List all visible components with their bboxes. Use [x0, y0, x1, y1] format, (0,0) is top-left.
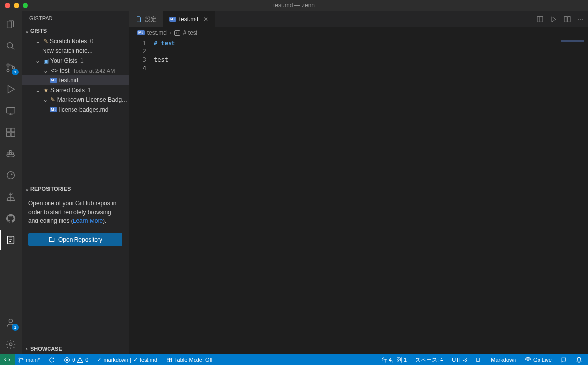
warning-count: 0 — [85, 357, 88, 363]
go-live[interactable]: Go Live — [523, 354, 554, 365]
eol-label: LF — [476, 357, 482, 363]
markdown-icon: M↓ — [50, 107, 57, 112]
svg-point-16 — [9, 319, 12, 323]
learn-more-link[interactable]: Learn More — [73, 218, 103, 224]
source-control-icon[interactable]: 1 — [0, 58, 22, 77]
more-actions-icon[interactable]: ⋯ — [577, 16, 583, 23]
your-gists-folder[interactable]: ⌄ ▣ Your Gists 1 — [22, 56, 129, 66]
text-cursor — [154, 65, 154, 72]
scratch-notes-label: Scratch Notes — [50, 38, 87, 45]
tab-test-md[interactable]: M↓ test.md ✕ — [163, 11, 215, 27]
prettier-file: test.md — [140, 357, 157, 363]
svg-rect-4 — [7, 108, 15, 113]
tab-settings[interactable]: 設定 — [129, 11, 163, 27]
svg-rect-20 — [568, 17, 570, 22]
svg-rect-9 — [7, 153, 9, 155]
gist-item-test[interactable]: ⌄ <> test Today at 2:42 AM — [22, 66, 129, 75]
open-preview-icon[interactable] — [536, 15, 544, 23]
docker-icon[interactable] — [0, 144, 22, 164]
markdown-icon: M↓ — [169, 17, 176, 22]
search-icon[interactable] — [0, 36, 22, 56]
section-repositories[interactable]: ⌄ REPOSITORIES — [22, 183, 129, 194]
starred-file-label: license-badges.md — [59, 106, 109, 113]
svg-rect-12 — [9, 151, 11, 153]
svg-rect-8 — [11, 133, 15, 136]
error-icon — [64, 357, 70, 363]
title-bar: test.md — zenn — [0, 0, 588, 11]
chevron-right-icon: › — [24, 346, 30, 352]
check-icon: ✓ — [97, 357, 101, 363]
settings-gear-icon[interactable] — [0, 335, 22, 354]
warning-icon — [77, 357, 83, 363]
section-gists[interactable]: ⌄ GISTS — [22, 25, 129, 36]
editor-body[interactable]: 1 2 3 4 # test test — [129, 38, 588, 354]
starred-gists-folder[interactable]: ⌄ ★ Starred Gists 1 — [22, 85, 129, 95]
your-gists-label: Your Gists — [50, 57, 77, 64]
close-tab-icon[interactable]: ✕ — [203, 16, 208, 23]
section-showcase[interactable]: › SHOWCASE — [22, 343, 129, 354]
language-mode[interactable]: Markdown — [489, 354, 518, 365]
svg-rect-10 — [9, 153, 11, 155]
feedback-icon[interactable] — [559, 354, 569, 365]
accounts-badge: 1 — [12, 324, 19, 331]
git-branch[interactable]: main* — [16, 354, 42, 365]
remote-indicator[interactable] — [0, 354, 15, 365]
scratch-notes-folder[interactable]: ⌄ ✎ Scratch Notes 0 — [22, 36, 129, 46]
minimize-window-button[interactable] — [14, 3, 19, 8]
minimap[interactable] — [541, 38, 588, 68]
svg-point-13 — [7, 172, 15, 179]
code-line: # test — [154, 40, 175, 47]
encoding-label: UTF-8 — [452, 357, 467, 363]
new-scratch-note[interactable]: New scratch note... — [22, 46, 129, 56]
editor-actions: ⋯ — [536, 11, 588, 27]
encoding[interactable]: UTF-8 — [450, 354, 469, 365]
tab-test-md-label: test.md — [179, 16, 198, 23]
code-content[interactable]: # test test — [154, 38, 175, 354]
more-icon[interactable]: ⋯ — [116, 15, 122, 22]
zoom-window-button[interactable] — [23, 3, 28, 8]
svg-point-21 — [19, 358, 20, 359]
split-editor-icon[interactable] — [564, 15, 571, 23]
extensions-icon[interactable] — [0, 122, 22, 142]
notifications-icon[interactable] — [574, 354, 584, 365]
open-repository-button[interactable]: Open Repository — [28, 233, 122, 246]
sync-button[interactable] — [47, 354, 57, 365]
gist-file-test-md[interactable]: M↓ test.md — [22, 75, 129, 85]
chevron-down-icon: ⌄ — [34, 57, 41, 64]
svg-point-1 — [7, 64, 9, 66]
gist-file-label: test.md — [59, 77, 78, 84]
lang-label: Markdown — [491, 357, 516, 363]
remote-explorer-icon[interactable] — [0, 101, 22, 121]
tab-bar: 設定 M↓ test.md ✕ ⋯ — [129, 11, 588, 27]
starred-gist-item[interactable]: ⌄ ✎ Markdown License Badges f… — [22, 95, 129, 105]
run-debug-icon[interactable] — [0, 79, 22, 99]
code-icon: <> — [51, 67, 58, 74]
breadcrumb[interactable]: M↓ test.md › H # test — [129, 27, 588, 38]
breadcrumb-file[interactable]: test.md — [147, 29, 167, 36]
table-mode[interactable]: Table Mode: Off — [164, 354, 214, 365]
close-window-button[interactable] — [5, 3, 10, 8]
prettier-status[interactable]: ✓ markdown | ✓ test.md — [95, 354, 159, 365]
eol[interactable]: LF — [474, 354, 484, 365]
breadcrumb-symbol[interactable]: # test — [183, 29, 197, 36]
cursor-position[interactable]: 行 4、列 1 — [380, 354, 409, 365]
star-icon: ★ — [43, 87, 49, 94]
problems[interactable]: 0 0 — [62, 354, 90, 365]
deno-icon[interactable] — [0, 166, 22, 185]
gist-time: Today at 2:42 AM — [73, 68, 115, 73]
starred-gist-file[interactable]: M↓ license-badges.md — [22, 105, 129, 115]
section-showcase-label: SHOWCASE — [30, 346, 62, 352]
book-icon: ▣ — [43, 57, 49, 64]
table-mode-label: Table Mode: Off — [174, 357, 212, 363]
chevron-down-icon: ⌄ — [34, 87, 41, 94]
explorer-icon[interactable] — [0, 15, 22, 34]
open-repository-label: Open Repository — [58, 236, 102, 243]
gistpad-icon[interactable] — [0, 230, 22, 250]
tree-icon[interactable] — [0, 187, 22, 207]
run-icon[interactable] — [550, 15, 558, 23]
github-icon[interactable] — [0, 209, 22, 228]
chevron-down-icon: ⌄ — [42, 97, 49, 103]
indentation[interactable]: スペース: 4 — [414, 354, 445, 365]
code-line: test — [154, 56, 168, 63]
accounts-icon[interactable]: 1 — [0, 313, 22, 333]
